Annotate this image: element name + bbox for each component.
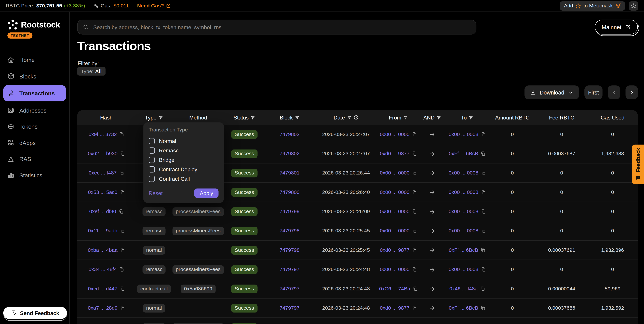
sidebar-item-transactions[interactable]: Transactions (3, 85, 66, 102)
reset-button[interactable]: Reset (149, 190, 163, 196)
copy-icon[interactable] (412, 228, 417, 233)
hash-cell-link[interactable]: 0x9f ... 3732 (88, 132, 117, 137)
copy-icon[interactable] (481, 170, 486, 175)
feedback-tab[interactable]: Feedback (632, 144, 644, 184)
to-cell-link[interactable]: 0x46 ... f48a (450, 286, 478, 292)
filter-icon[interactable] (437, 115, 441, 120)
copy-icon[interactable] (412, 170, 417, 175)
copy-icon[interactable] (119, 267, 124, 272)
sidebar-item-tokens[interactable]: Tokens (3, 119, 66, 134)
copy-icon[interactable] (119, 170, 124, 175)
copy-icon[interactable] (412, 151, 417, 156)
block-link[interactable]: 7479797 (280, 266, 300, 272)
hash-cell-link[interactable]: 0xec ... f487 (89, 170, 117, 176)
hash-cell-link[interactable]: 0xa7 ... 28d9 (88, 305, 118, 311)
copy-icon[interactable] (412, 190, 417, 194)
filter-option-remasc[interactable]: Remasc (149, 146, 218, 155)
to-cell-link[interactable]: 0xFf ... 6BcB (449, 247, 478, 253)
to-cell-link[interactable]: 0x00 ... 0008 (448, 170, 478, 176)
checkbox-icon[interactable] (149, 166, 155, 173)
from-cell-link[interactable]: 0xd0 ... 9877 (380, 305, 410, 311)
sidebar-item-statistics[interactable]: Statistics (3, 168, 66, 182)
clock-icon[interactable] (354, 115, 358, 120)
from-cell-link[interactable]: 0xd0 ... 9877 (380, 247, 410, 253)
block-link[interactable]: 7479798 (280, 228, 300, 234)
to-cell-link[interactable]: 0x00 ... 0008 (448, 228, 478, 234)
copy-icon[interactable] (481, 267, 486, 272)
sidebar-item-dapps[interactable]: dApps (3, 135, 66, 150)
hash-cell-link[interactable]: 0x34 ... 48f4 (88, 266, 117, 272)
search-input[interactable] (92, 24, 471, 30)
checkbox-icon[interactable] (149, 148, 155, 154)
search-bar[interactable] (77, 20, 476, 34)
hash-cell-link[interactable]: 0xef ... df30 (89, 208, 116, 214)
copy-icon[interactable] (413, 286, 418, 291)
block-link[interactable]: 7479800 (280, 189, 300, 195)
from-cell-link[interactable]: 0x00 ... 0000 (380, 132, 410, 137)
block-link[interactable]: 7479802 (280, 151, 300, 156)
filter-option-contract-deploy[interactable]: Contract Deploy (149, 165, 218, 174)
hash-cell-link[interactable]: 0xba ... 4baa (88, 247, 118, 253)
checkbox-icon[interactable] (149, 138, 155, 144)
filter-icon[interactable] (159, 115, 163, 120)
type-filter-chip[interactable]: Type: All (77, 67, 106, 76)
copy-icon[interactable] (481, 228, 486, 233)
filter-icon[interactable] (295, 115, 300, 120)
copy-icon[interactable] (118, 209, 123, 214)
filter-icon[interactable] (469, 115, 474, 120)
copy-icon[interactable] (412, 209, 417, 214)
filter-option-contract-call[interactable]: Contract Call (149, 174, 218, 184)
copy-icon[interactable] (481, 306, 486, 310)
filter-icon[interactable] (251, 115, 255, 120)
checkbox-icon[interactable] (149, 176, 155, 182)
filter-option-normal[interactable]: Normal (149, 136, 218, 146)
filter-icon[interactable] (347, 115, 352, 120)
block-link[interactable]: 7479801 (280, 170, 300, 176)
from-cell-link[interactable]: 0xC6 ... 74Ba (379, 286, 410, 292)
sidebar-item-blocks[interactable]: Blocks (3, 69, 66, 84)
from-cell-link[interactable]: 0xd0 ... 9877 (380, 151, 410, 156)
copy-icon[interactable] (412, 248, 417, 252)
sidebar-item-ras[interactable]: RAS (3, 152, 66, 166)
hash-cell-link[interactable]: 0x53 ... 5ac0 (88, 189, 117, 195)
copy-icon[interactable] (412, 267, 417, 272)
apply-button[interactable]: Apply (194, 188, 218, 198)
copy-icon[interactable] (120, 151, 125, 156)
add-to-metamask-button[interactable]: Add to Metamask (560, 1, 625, 10)
copy-icon[interactable] (412, 132, 417, 137)
from-cell-link[interactable]: 0x00 ... 0000 (380, 170, 410, 176)
column-header-to[interactable]: To (446, 114, 489, 121)
copy-icon[interactable] (412, 306, 417, 310)
next-page-button[interactable] (626, 86, 638, 100)
from-cell-link[interactable]: 0x00 ... 0000 (380, 266, 410, 272)
column-header-block[interactable]: Block (265, 114, 314, 121)
column-header-status[interactable]: Status (224, 114, 265, 121)
to-cell-link[interactable]: 0x00 ... 0008 (448, 208, 478, 214)
block-link[interactable]: 7479797 (280, 286, 300, 292)
column-header-type[interactable]: Type (136, 114, 172, 121)
download-button[interactable]: Download (524, 86, 579, 100)
send-feedback-button[interactable]: Send Feedback (3, 307, 67, 319)
sidebar-item-home[interactable]: Home (3, 53, 66, 68)
previous-page-button[interactable] (608, 86, 620, 100)
column-header-from[interactable]: From (378, 114, 419, 121)
rootstock-wallet-button[interactable] (629, 1, 638, 10)
from-cell-link[interactable]: 0x00 ... 0000 (380, 189, 410, 195)
copy-icon[interactable] (481, 132, 486, 137)
block-link[interactable]: 7479799 (280, 208, 300, 214)
block-link[interactable]: 7479802 (280, 132, 300, 137)
checkbox-icon[interactable] (149, 157, 155, 163)
copy-icon[interactable] (120, 228, 125, 233)
from-cell-link[interactable]: 0x00 ... 0000 (380, 208, 410, 214)
copy-icon[interactable] (481, 209, 486, 214)
copy-icon[interactable] (119, 132, 124, 137)
to-cell-link[interactable]: 0xFf ... 6BcB (449, 151, 478, 156)
to-cell-link[interactable]: 0x00 ... 0008 (448, 189, 478, 195)
sidebar-item-addresses[interactable]: Addresses (3, 103, 66, 118)
block-link[interactable]: 7479798 (280, 247, 300, 253)
from-cell-link[interactable]: 0x00 ... 0000 (380, 228, 410, 234)
copy-icon[interactable] (120, 306, 125, 310)
to-cell-link[interactable]: 0x00 ... 0008 (448, 266, 478, 272)
block-link[interactable]: 7479797 (280, 305, 300, 311)
copy-icon[interactable] (481, 190, 486, 194)
